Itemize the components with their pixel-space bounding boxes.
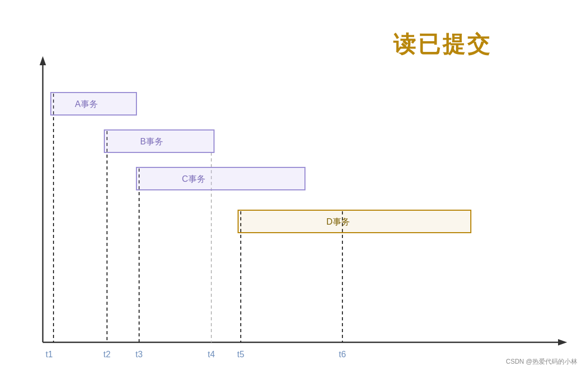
svg-rect-14: [136, 167, 305, 190]
svg-text:D事务: D事务: [326, 217, 350, 226]
svg-marker-3: [558, 339, 567, 346]
svg-text:t3: t3: [135, 350, 142, 359]
diagram-container: A事务 B事务 C事务 D事务 t1 t2 t3 t4 t5 t6 读已提交 C…: [0, 0, 588, 376]
page-title: 读已提交: [393, 29, 492, 59]
svg-text:t2: t2: [103, 350, 110, 359]
svg-rect-16: [238, 210, 471, 233]
chart-svg: A事务 B事务 C事务 D事务 t1 t2 t3 t4 t5 t6: [0, 0, 588, 376]
svg-text:C事务: C事务: [182, 174, 205, 183]
svg-text:B事务: B事务: [140, 137, 163, 146]
svg-text:t1: t1: [45, 350, 52, 359]
svg-marker-1: [40, 56, 46, 65]
svg-text:t4: t4: [208, 350, 215, 359]
svg-text:A事务: A事务: [75, 99, 98, 109]
watermark-text: CSDN @热爱代码的小林: [506, 357, 577, 366]
svg-text:t5: t5: [237, 350, 244, 359]
svg-text:t6: t6: [339, 350, 346, 359]
